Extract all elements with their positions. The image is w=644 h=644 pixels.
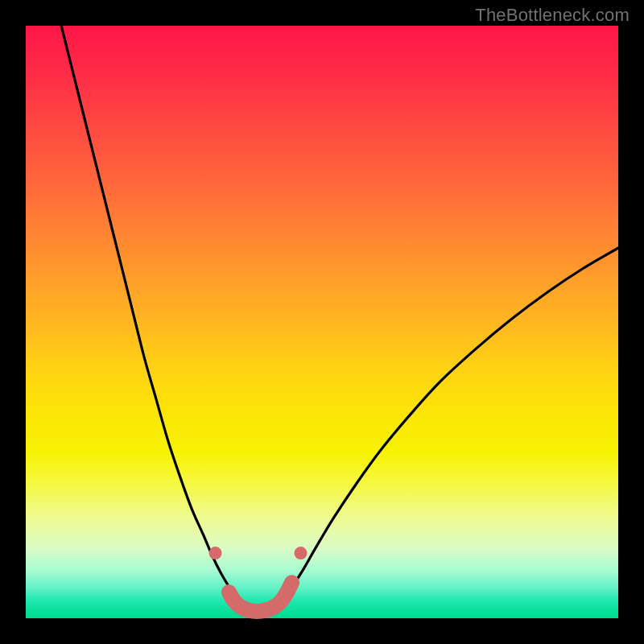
plot-area (26, 26, 618, 618)
series-right-curve (283, 248, 618, 601)
series-left-curve (61, 26, 237, 601)
curve-layer (26, 26, 618, 618)
series-valley-marker (229, 583, 291, 612)
marker-dot-1 (295, 547, 308, 559)
watermark-text: TheBottleneck.com (475, 5, 630, 26)
marker-dot-0 (209, 547, 222, 559)
chart-frame: TheBottleneck.com (0, 0, 644, 644)
